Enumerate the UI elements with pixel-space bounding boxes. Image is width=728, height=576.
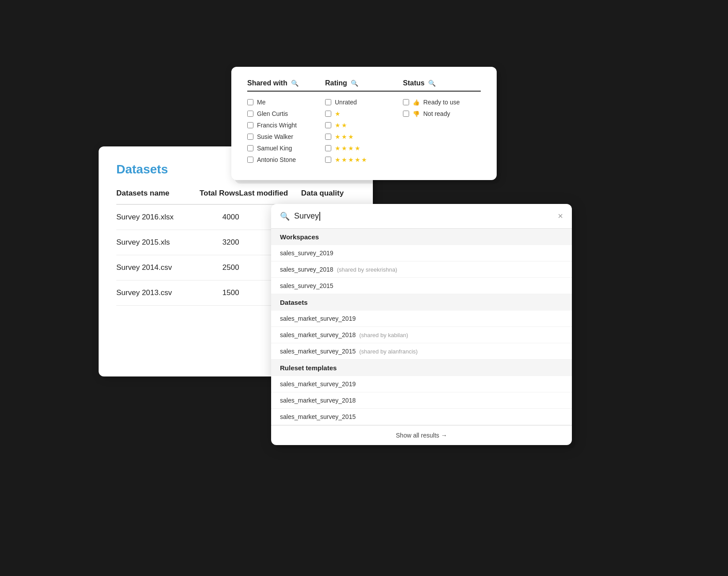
shared-with-item[interactable]: Glen Curtis [247, 110, 325, 117]
star-icon: ★ [335, 145, 341, 152]
status-item[interactable]: 👍Ready to use [403, 99, 481, 106]
star-icon: ★ [355, 156, 360, 163]
status-checkbox[interactable] [403, 99, 409, 105]
status-label: Not ready [423, 110, 450, 117]
col-header-rows: Total Rows [189, 189, 239, 204]
result-name: sales_market_survey_2015 [280, 413, 356, 420]
shared-label: Glen Curtis [257, 110, 288, 117]
rating-item[interactable]: ★★ [325, 122, 403, 129]
result-name: sales_survey_2019 [280, 250, 333, 257]
search-result-item[interactable]: sales_market_survey_2015 [271, 409, 572, 425]
rating-checkbox[interactable] [325, 111, 331, 117]
status-search-icon[interactable]: 🔍 [428, 80, 436, 87]
dataset-name[interactable]: Survey 2016.xlsx [116, 204, 189, 230]
search-input-row: 🔍 Survey × [271, 204, 572, 229]
search-section-header: Workspaces [271, 229, 572, 245]
shared-with-item[interactable]: Samuel King [247, 145, 325, 152]
dataset-name[interactable]: Survey 2013.csv [116, 280, 189, 306]
rating-checkbox[interactable] [325, 157, 331, 163]
stars-display: ★ [335, 110, 341, 117]
shared-with-item[interactable]: Antonio Stone [247, 156, 325, 163]
show-all-results-label: Show all results → [396, 432, 447, 439]
shared-checkbox[interactable] [247, 122, 253, 128]
star-icon: ★ [348, 145, 354, 152]
search-result-item[interactable]: sales_market_survey_2015(shared by alanf… [271, 343, 572, 360]
search-result-item[interactable]: sales_market_survey_2018 [271, 392, 572, 409]
search-result-item[interactable]: sales_survey_2018(shared by sreekrishna) [271, 261, 572, 278]
star-icon: ★ [341, 122, 347, 129]
search-result-item[interactable]: sales_market_survey_2019 [271, 376, 572, 392]
shared-label: Antonio Stone [257, 156, 296, 163]
star-icon: ★ [361, 156, 367, 163]
star-icon: ★ [335, 110, 341, 117]
star-icon: ★ [335, 133, 341, 140]
rating-item[interactable]: ★★★★★ [325, 156, 403, 163]
result-name: sales_survey_2015 [280, 282, 333, 289]
rating-checkbox[interactable] [325, 122, 331, 128]
shared-checkbox[interactable] [247, 111, 253, 117]
status-label: Status [403, 79, 425, 87]
result-name: sales_market_survey_2015 [280, 348, 356, 355]
thumbs-down-icon: 👎 [413, 111, 420, 117]
star-icon: ★ [341, 133, 347, 140]
rating-checkbox[interactable] [325, 99, 331, 105]
filter-col-rating: Rating 🔍 Unrated★★★★★★★★★★★★★★★ [325, 79, 403, 168]
shared-label: Francis Wright [257, 122, 297, 129]
rating-item[interactable]: ★★★ [325, 133, 403, 140]
thumbs-up-icon: 👍 [413, 99, 420, 106]
result-shared-by: (shared by sreekrishna) [337, 266, 398, 273]
shared-with-item[interactable]: Me [247, 99, 325, 106]
col-header-name: Datasets name [116, 189, 189, 204]
shared-with-label: Shared with [247, 79, 287, 87]
result-name: sales_survey_2018 [280, 266, 333, 273]
search-input-display[interactable]: Survey [294, 211, 553, 221]
search-icon-main: 🔍 [280, 211, 290, 221]
stars-display: ★★ [335, 122, 347, 129]
stars-display: ★★★★ [335, 145, 360, 152]
show-all-results-button[interactable]: Show all results → [271, 425, 572, 445]
rating-checkbox[interactable] [325, 134, 331, 140]
dataset-rows: 2500 [189, 255, 239, 280]
shared-label: Samuel King [257, 145, 292, 152]
rating-header: Rating 🔍 [325, 79, 403, 92]
dataset-rows: 1500 [189, 280, 239, 306]
shared-checkbox[interactable] [247, 134, 253, 140]
shared-checkbox[interactable] [247, 145, 253, 151]
status-header: Status 🔍 [403, 79, 481, 92]
dataset-rows: 3200 [189, 230, 239, 255]
shared-label: Me [257, 99, 265, 106]
shared-with-header: Shared with 🔍 [247, 79, 325, 92]
rating-checkbox[interactable] [325, 145, 331, 151]
search-close-button[interactable]: × [558, 211, 563, 221]
star-icon: ★ [348, 133, 354, 140]
rating-search-icon[interactable]: 🔍 [351, 80, 358, 87]
result-name: sales_market_survey_2018 [280, 331, 356, 338]
rating-label: Rating [325, 79, 347, 87]
search-result-item[interactable]: sales_survey_2015 [271, 278, 572, 294]
shared-checkbox[interactable] [247, 157, 253, 163]
rating-item[interactable]: ★★★★ [325, 145, 403, 152]
rating-item[interactable]: ★ [325, 110, 403, 117]
rating-item[interactable]: Unrated [325, 99, 403, 106]
status-label: Ready to use [423, 99, 460, 106]
shared-with-item[interactable]: Francis Wright [247, 122, 325, 129]
search-result-item[interactable]: sales_market_survey_2018(shared by kabil… [271, 327, 572, 343]
status-checkbox[interactable] [403, 111, 409, 117]
search-result-item[interactable]: sales_survey_2019 [271, 245, 572, 261]
star-icon: ★ [335, 156, 341, 163]
result-shared-by: (shared by alanfrancis) [359, 348, 418, 355]
result-name: sales_market_survey_2018 [280, 397, 356, 404]
stars-display: ★★★ [335, 133, 354, 140]
status-item[interactable]: 👎Not ready [403, 110, 481, 117]
dataset-name[interactable]: Survey 2014.csv [116, 255, 189, 280]
dataset-name[interactable]: Survey 2015.xls [116, 230, 189, 255]
unrated-label: Unrated [335, 99, 357, 106]
star-icon: ★ [348, 156, 354, 163]
search-result-item[interactable]: sales_market_survey_2019 [271, 311, 572, 327]
filter-col-status: Status 🔍 👍Ready to use👎Not ready [403, 79, 481, 168]
shared-with-item[interactable]: Susie Walker [247, 133, 325, 140]
col-header-quality: Data quality [301, 189, 355, 204]
result-shared-by: (shared by kabilan) [359, 332, 408, 338]
shared-checkbox[interactable] [247, 99, 253, 105]
shared-with-search-icon[interactable]: 🔍 [291, 80, 299, 87]
